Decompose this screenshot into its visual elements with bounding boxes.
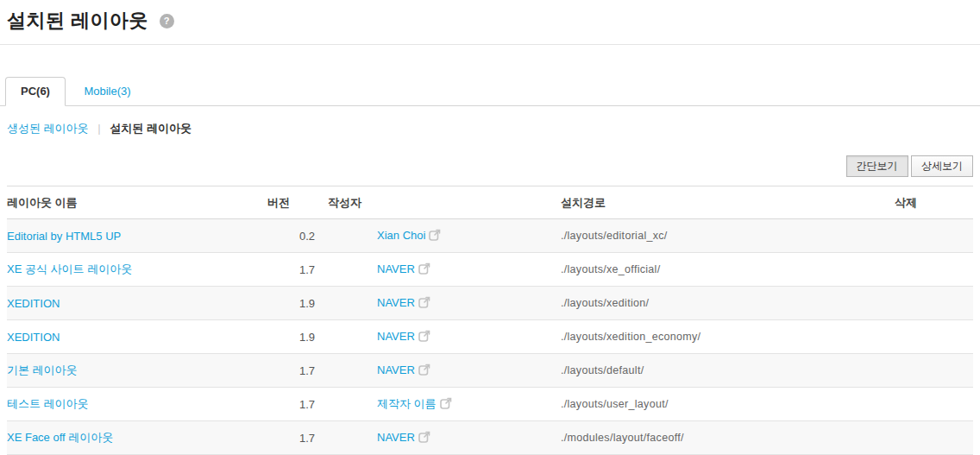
table-row: 기본 레이아웃 1.7 NAVER ./layouts/default/	[7, 354, 973, 388]
layout-version: 0.2	[267, 219, 328, 253]
external-link-icon[interactable]	[418, 296, 430, 311]
layout-name-link[interactable]: XEDITION	[7, 331, 60, 344]
layout-version: 1.7	[267, 253, 328, 287]
table-row: 테스트 레이아웃 1.7 제작자 이름 ./layouts/user_layou…	[7, 388, 973, 421]
layout-delete-cell	[895, 388, 973, 421]
layout-author-link[interactable]: NAVER	[377, 330, 415, 343]
page-header: 설치된 레이아웃 ?	[0, 0, 980, 45]
layout-name-link[interactable]: 테스트 레이아웃	[7, 397, 89, 410]
created-layouts-link[interactable]: 생성된 레이아웃	[7, 122, 89, 135]
table-row: XEDITION 1.9 NAVER ./layouts/xedition_ec…	[7, 320, 973, 354]
tab-pc[interactable]: PC(6)	[5, 77, 66, 106]
help-icon[interactable]: ?	[160, 14, 174, 28]
subnav-separator: |	[97, 122, 100, 135]
layout-name-link[interactable]: XE Face off 레이아웃	[7, 431, 113, 444]
installed-layouts-table: 레이아웃 이름 버전 작성자 설치경로 삭제 Editorial by HTML…	[7, 186, 973, 455]
layout-delete-cell	[895, 287, 973, 320]
layout-author-link[interactable]: Xian Choi	[377, 229, 425, 242]
layout-version: 1.7	[267, 388, 328, 421]
layout-path: ./layouts/xedition_economy/	[561, 320, 895, 354]
table-row: Editorial by HTML5 UP 0.2 Xian Choi ./la…	[7, 219, 973, 253]
detail-view-button[interactable]: 상세보기	[911, 155, 973, 177]
layout-path: ./layouts/user_layout/	[561, 388, 895, 421]
col-header-path: 설치경로	[561, 186, 895, 219]
layout-author-link[interactable]: NAVER	[377, 363, 415, 376]
simple-view-button[interactable]: 간단보기	[846, 155, 908, 177]
table-row: XE Face off 레이아웃 1.7 NAVER ./modules/lay…	[7, 421, 973, 455]
tab-mobile[interactable]: Mobile(3)	[69, 78, 145, 105]
layout-delete-cell	[895, 219, 973, 253]
external-link-icon[interactable]	[418, 330, 430, 344]
layout-author-link[interactable]: NAVER	[377, 431, 415, 444]
col-header-version: 버전	[267, 186, 328, 219]
external-link-icon[interactable]	[429, 229, 441, 243]
layout-path: ./layouts/editorial_xc/	[561, 219, 895, 253]
view-mode-switch: 간단보기 상세보기	[0, 155, 973, 177]
external-link-icon[interactable]	[440, 397, 452, 412]
external-link-icon[interactable]	[418, 363, 430, 378]
layout-delete-cell	[895, 354, 973, 388]
table-header-row: 레이아웃 이름 버전 작성자 설치경로 삭제	[7, 186, 973, 219]
layout-path: ./layouts/default/	[561, 354, 895, 388]
layout-author-link[interactable]: NAVER	[377, 296, 415, 309]
page-title: 설치된 레이아웃	[7, 8, 148, 34]
col-header-author: 작성자	[328, 186, 561, 219]
layout-name-link[interactable]: XE 공식 사이트 레이아웃	[7, 262, 132, 275]
external-link-icon[interactable]	[418, 431, 430, 446]
table-row: XEDITION 1.9 NAVER ./layouts/xedition/	[7, 287, 973, 320]
layout-path: ./layouts/xedition/	[561, 287, 895, 320]
col-header-delete: 삭제	[895, 186, 973, 219]
layout-name-link[interactable]: XEDITION	[7, 297, 60, 310]
layout-name-link[interactable]: Editorial by HTML5 UP	[7, 230, 121, 243]
layout-delete-cell	[895, 421, 973, 455]
layout-name-link[interactable]: 기본 레이아웃	[7, 363, 78, 376]
layout-version: 1.9	[267, 287, 328, 320]
installed-layouts-current: 설치된 레이아웃	[110, 122, 192, 135]
layout-path: ./layouts/xe_official/	[561, 253, 895, 287]
col-header-name: 레이아웃 이름	[7, 186, 267, 219]
layout-version: 1.7	[267, 421, 328, 455]
layout-author-link[interactable]: 제작자 이름	[377, 397, 437, 410]
external-link-icon[interactable]	[418, 262, 430, 277]
table-row: XE 공식 사이트 레이아웃 1.7 NAVER ./layouts/xe_of…	[7, 253, 973, 287]
device-tabbar: PC(6) Mobile(3)	[0, 77, 980, 106]
layout-version: 1.9	[267, 320, 328, 354]
layout-author-link[interactable]: NAVER	[377, 262, 415, 275]
layout-version: 1.7	[267, 354, 328, 388]
layout-subnav: 생성된 레이아웃 | 설치된 레이아웃	[7, 121, 980, 136]
layout-path: ./modules/layout/faceoff/	[561, 421, 895, 455]
layout-delete-cell	[895, 320, 973, 354]
layout-delete-cell	[895, 253, 973, 287]
